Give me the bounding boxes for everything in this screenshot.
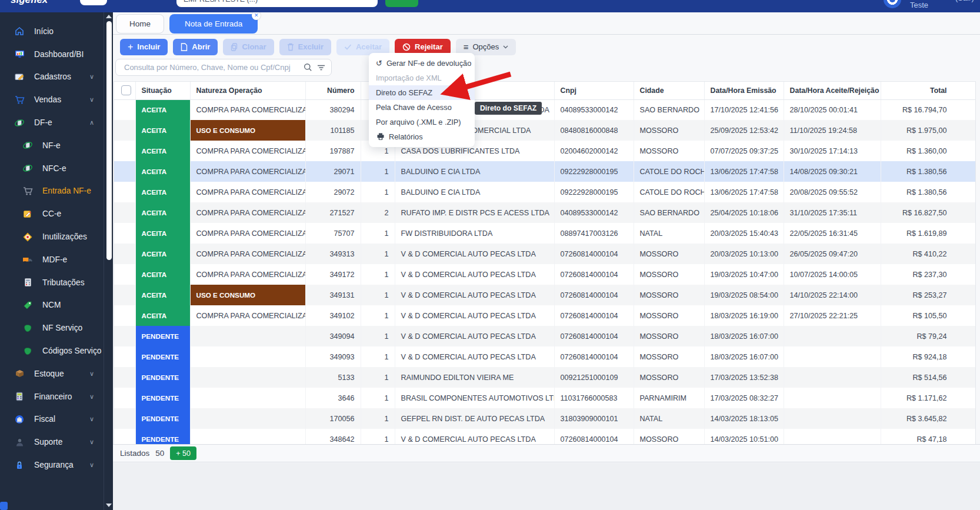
corner-widget[interactable] (0, 502, 8, 510)
sidebar-item-vendas[interactable]: Vendas∨ (0, 88, 104, 111)
cell-cidade: MOSSORO (634, 429, 704, 444)
table-row[interactable]: PENDENTE36461BRASIL COMPONENTES AUTOMOTI… (114, 388, 975, 408)
col-header-total[interactable]: Total (881, 82, 975, 99)
col-header-situacao[interactable]: Situação (135, 82, 190, 99)
menu-item-pela-chave-de-acesso[interactable]: Pela Chave de Acesso (369, 100, 475, 115)
cell-nome: V & D COMERCIAL AUTO PECAS LTDA (395, 244, 554, 264)
table-row[interactable]: PENDENTE51331RAIMUNDO EDILTON VIEIRA ME0… (114, 367, 975, 388)
select-all-checkbox[interactable] (121, 85, 131, 95)
scroll-up-arrow-icon[interactable] (106, 15, 112, 18)
table-row[interactable]: PENDENTE1700561GEFPEL RN DIST. DE AUTO P… (114, 408, 975, 429)
sidebar-item-seguran-a[interactable]: Segurança∨ (0, 454, 104, 476)
menu-item-por-arquivo-xml-e-zip[interactable]: Por arquivo (.XML e .ZIP) (369, 115, 475, 129)
col-header-aceite[interactable]: Data/Hora Aceite/Rejeição (784, 82, 881, 99)
cell-numero: 349102 (305, 305, 361, 326)
cell-nat: COMPRA PARA COMERCIALIZACAO (190, 202, 305, 223)
sidebar-item-suporte[interactable]: Suporte∨ (0, 431, 104, 454)
table-row[interactable]: ACEITACOMPRA PARA COMERCIALIZACAO2715272… (114, 202, 975, 223)
menu-item-relat-rios[interactable]: Relatórios (369, 129, 475, 144)
cell-total: R$ 1.380,56 (881, 161, 975, 182)
user-avatar-icon[interactable] (884, 0, 901, 8)
topbar-action-button[interactable] (385, 0, 418, 7)
menu-item-gerar-nf-e-de-devolu-o[interactable]: ↺Gerar NF-e de devolução (369, 56, 475, 71)
sidebar-item-mdf-e[interactable]: MDF-e (0, 248, 104, 271)
sidebar-item-df-e[interactable]: DF-e∧ (0, 111, 104, 134)
cell-emissao: 13/06/2025 17:47:58 (704, 182, 784, 202)
table-row[interactable]: PENDENTE3490931V & D COMERCIAL AUTO PECA… (114, 346, 975, 367)
box-icon (14, 369, 25, 379)
sidebar-item-estoque[interactable]: Estoque∨ (0, 362, 104, 385)
sidebar-item-dashboard-bi[interactable]: Dashboard/BI (0, 43, 104, 66)
cell-ck (114, 346, 135, 367)
col-header-cidade[interactable]: Cidade (634, 82, 704, 99)
sidebar-item-ncm[interactable]: NCM (0, 294, 104, 317)
scrollbar-thumb[interactable] (106, 21, 112, 260)
sidebar-item-nfc-e[interactable]: NFC-e (0, 157, 104, 180)
note-pencil-icon (22, 209, 33, 219)
cell-ck (114, 120, 135, 141)
col-header-cnpj[interactable]: Cnpj (554, 82, 634, 99)
sidebar-item-label: NF Serviço (42, 324, 82, 332)
cell-nat: COMPRA PARA COMERCIALIZACAO (190, 223, 305, 244)
sidebar-item-entrada-nf-e[interactable]: Entrada NF-e (0, 180, 104, 203)
table-row[interactable]: PENDENTE3490941V & D COMERCIAL AUTO PECA… (114, 326, 975, 346)
vertical-scrollbar[interactable] (104, 12, 113, 510)
table-row[interactable]: ACEITAUSO E CONSUMO1011851AUTO NORDESTE … (114, 120, 975, 141)
cell-aceite: 10/07/2025 14:00:05 (784, 264, 881, 285)
abrir-button[interactable]: Abrir (173, 39, 218, 55)
logout-link[interactable]: (Sair) (955, 0, 974, 2)
sidebar-item-label: Segurança (34, 461, 74, 469)
tab-nota-de-entrada[interactable]: Nota de Entrada ✕ (169, 14, 258, 34)
table-row[interactable]: ACEITAUSO E CONSUMO3491311V & D COMERCIA… (114, 285, 975, 305)
sidebar-item-tributa-es[interactable]: Tributações (0, 271, 104, 294)
search-icon[interactable] (304, 63, 312, 72)
table-row[interactable]: ACEITACOMPRA PARA COMERCIALIZACAO290721B… (114, 182, 975, 202)
sidebar-item-label: Suporte (34, 438, 62, 446)
cell-ck (114, 202, 135, 223)
cell-nome: V & D COMERCIAL AUTO PECAS LTDA (395, 326, 554, 346)
cell-total: R$ 16.794,70 (881, 99, 975, 120)
filter-icon[interactable] (317, 64, 325, 71)
chevron-down-icon: ∨ (89, 370, 94, 378)
sidebar-item-label: Fiscal (34, 415, 55, 424)
menu-item-direto-do-sefaz[interactable]: Direto do SEFAZ (369, 85, 475, 100)
table-row[interactable]: ACEITACOMPRA PARA COMERCIALIZACAO3493131… (114, 244, 975, 264)
col-header-emissao[interactable]: Data/Hora Emissão (704, 82, 784, 99)
table-row[interactable]: PENDENTE3486421V & D COMERCIAL AUTO PECA… (114, 429, 975, 444)
tab-home[interactable]: Home (116, 14, 164, 34)
sidebar-item-nf-e[interactable]: NF-e (0, 134, 104, 157)
search-area (115, 59, 332, 76)
entry-cart-icon (22, 186, 33, 196)
form-pencil-icon (14, 72, 25, 82)
company-selector[interactable]: EMPRESA TESTE (...) (176, 0, 378, 7)
topbar-toggle[interactable] (80, 0, 107, 5)
sidebar-item-fiscal[interactable]: Fiscal∨ (0, 408, 104, 431)
search-input[interactable] (123, 62, 299, 72)
sidebar-item-cc-e[interactable]: CC-e (0, 202, 104, 225)
search-box[interactable] (115, 59, 332, 76)
table-row[interactable]: ACEITACOMPRA PARA COMERCIALIZACAO3491021… (114, 305, 975, 326)
sidebar-item-inutiliza-es[interactable]: Inutilizações (0, 225, 104, 248)
sidebar-item-cadastros[interactable]: Cadastros∨ (0, 66, 104, 89)
content-background (113, 463, 980, 510)
table-row[interactable]: ACEITACOMPRA PARA COMERCIALIZACAO757071F… (114, 223, 975, 244)
table-row[interactable]: ACEITACOMPRA PARA COMERCIALIZACAO3802941… (114, 99, 975, 120)
table-row[interactable]: ACEITACOMPRA PARA COMERCIALIZACAO290711B… (114, 161, 975, 182)
load-more-button[interactable]: + 50 (170, 446, 196, 460)
cell-cidade: NATAL (634, 408, 704, 429)
sidebar-item-financeiro[interactable]: Financeiro∨ (0, 385, 104, 408)
sidebar-item-in-cio[interactable]: Início (0, 20, 104, 43)
col-header-natureza[interactable]: Natureza Operação (190, 82, 305, 99)
incluir-button[interactable]: + Incluir (120, 39, 168, 55)
sidebar-item-label: Vendas (34, 95, 61, 104)
close-tab-icon[interactable]: ✕ (252, 11, 261, 20)
cell-ck (114, 264, 135, 285)
table-row[interactable]: ACEITACOMPRA PARA COMERCIALIZACAO3491721… (114, 264, 975, 285)
scroll-down-arrow-icon[interactable] (106, 504, 112, 507)
sidebar-item-nf-servi-o[interactable]: NF Serviço (0, 316, 104, 339)
cell-nat: COMPRA PARA COMERCIALIZACAO (190, 244, 305, 264)
table-row[interactable]: ACEITACOMPRA PARA COMERCIALIZACAO1978871… (114, 141, 975, 161)
cell-nat (190, 429, 305, 444)
sidebar-item-c-digos-servi-o[interactable]: Códigos Serviço (0, 339, 104, 362)
col-header-numero[interactable]: Número (305, 82, 361, 99)
